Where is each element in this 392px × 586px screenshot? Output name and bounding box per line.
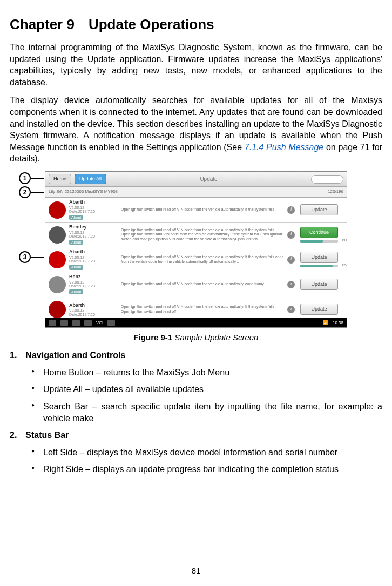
clock: 10:38: [333, 320, 343, 326]
item-description: Open ignition switch and read off VIN co…: [121, 207, 284, 212]
progress-count: 123/196: [328, 189, 343, 195]
item-action: Update: [300, 279, 343, 289]
update-all-button[interactable]: Update All: [75, 174, 106, 184]
list-item: AbarthV2.00.12Date:2012.7.20Open ignitio…: [45, 297, 347, 318]
callout-1: 1: [19, 172, 44, 184]
version-text: V2.00.12Date:2012.7.20: [69, 308, 118, 316]
vehicle-logo: [49, 226, 66, 244]
item-action: Update85%: [300, 252, 343, 267]
status-bar: Lily S/N:23125000 MaxiSYS MY908 123/196: [45, 187, 347, 198]
item-meta: BentleyV2.00.12Date:2012.7.20About: [69, 224, 118, 245]
vci-icon: VCI: [96, 320, 103, 326]
vehicle-logo: [49, 251, 66, 268]
progress-bar: 85%: [300, 265, 338, 267]
update-list: AbarthV2.00.12Date:2012.7.20AboutOpen ig…: [45, 198, 347, 318]
vehicle-name: Abarth: [69, 248, 118, 255]
system-icons-left: VCI: [49, 320, 115, 326]
list-item: AbarthV2.00.12Date:2012.7.20AboutOpen ig…: [45, 247, 347, 272]
recent-icon[interactable]: [72, 320, 80, 326]
car-icon: [107, 320, 115, 326]
list-item: BenzV2.00.12Date:2012.7.20AboutOpen igni…: [45, 272, 347, 297]
chapter-title: Chapter 9 Update Operations: [10, 15, 382, 34]
section-1-list: Home Button – returns to the MaxiSys Job…: [31, 367, 382, 424]
page-number: 81: [0, 565, 392, 576]
update-button[interactable]: Update: [300, 279, 338, 289]
home-button[interactable]: Home: [49, 174, 71, 184]
figure-caption: Figure 9-1 Sample Update Screen: [10, 332, 382, 343]
section-1-heading: 1. Navigation and Controls: [10, 349, 382, 361]
section-2-heading: 2. Status Bar: [10, 429, 382, 441]
item-action: Continue60%: [300, 227, 343, 242]
figure-container: 1 2 3 Home Update All Update Lily S/N:23…: [10, 171, 382, 328]
device-info: Lily S/N:23125000 MaxiSYS MY908: [49, 189, 118, 195]
figure-number: Figure 9-1: [134, 333, 173, 342]
vehicle-logo: [49, 276, 66, 293]
list-item: BentleyV2.00.12Date:2012.7.20AboutOpen i…: [45, 223, 347, 247]
item-meta: AbarthV2.00.12Date:2012.7.20: [69, 302, 118, 317]
intro-paragraph-1: The internal programming of the MaxiSys …: [10, 42, 382, 88]
intro-paragraph-2: The display device automatically searche…: [10, 95, 382, 165]
list-item: Home Button – returns to the MaxiSys Job…: [31, 367, 382, 379]
system-bar: VCI 📶 10:38: [45, 318, 347, 328]
about-button[interactable]: About: [69, 215, 83, 220]
system-icons-right: 📶 10:38: [323, 320, 343, 326]
continue-button[interactable]: Continue: [300, 227, 338, 238]
section-2-list: Left Side – displays the MaxiSys device …: [31, 447, 382, 475]
list-item: Search Bar – search specific update item…: [31, 401, 382, 424]
callout-3: 3: [19, 251, 44, 263]
update-button[interactable]: Update: [300, 204, 338, 215]
back-icon[interactable]: [49, 320, 56, 326]
vehicle-logo: [49, 201, 66, 219]
item-description: Open ignition switch and read off VIN co…: [121, 255, 284, 264]
version-text: V2.00.12Date:2012.7.20: [69, 255, 118, 264]
list-item: Left Side – displays the MaxiSys device …: [31, 447, 382, 459]
figure-title: Sample Update Screen: [172, 333, 258, 342]
info-icon[interactable]: i: [287, 281, 295, 288]
item-meta: AbarthV2.00.12Date:2012.7.20About: [69, 248, 118, 270]
push-message-link[interactable]: 7.1.4 Push Message: [245, 143, 323, 152]
item-action: Update: [300, 204, 343, 215]
navigation-bar: Home Update All Update: [45, 172, 347, 187]
vehicle-name: Abarth: [69, 199, 118, 205]
item-meta: BenzV2.00.12Date:2012.7.20About: [69, 273, 118, 295]
vehicle-name: Abarth: [69, 302, 118, 308]
item-description: Open ignition switch and read off VIN co…: [121, 305, 284, 314]
progress-bar: 60%: [300, 240, 338, 243]
screen-title: Update: [110, 176, 308, 183]
vehicle-name: Benz: [69, 273, 118, 280]
update-button[interactable]: Update: [300, 304, 338, 314]
item-meta: AbarthV2.00.12Date:2012.7.20About: [69, 199, 118, 220]
info-icon[interactable]: i: [287, 206, 295, 214]
list-item: AbarthV2.00.12Date:2012.7.20AboutOpen ig…: [45, 198, 347, 223]
version-text: V2.00.12Date:2012.7.20: [69, 231, 118, 239]
callout-2: 2: [19, 186, 44, 198]
home-icon[interactable]: [60, 320, 68, 326]
version-text: V2.00.12Date:2012.7.20: [69, 280, 118, 288]
app-icon[interactable]: [84, 320, 92, 326]
search-input[interactable]: [311, 175, 343, 184]
vehicle-name: Bentley: [69, 224, 118, 230]
about-button[interactable]: About: [69, 265, 83, 270]
info-icon[interactable]: i: [287, 306, 295, 313]
sample-update-screen: Home Update All Update Lily S/N:23125000…: [45, 171, 347, 328]
item-description: Open ignition switch and read off VIN co…: [121, 282, 284, 286]
item-description: Open ignition switch and read off VIN co…: [121, 228, 284, 241]
item-action: Update: [300, 304, 343, 314]
update-button[interactable]: Update: [300, 252, 338, 262]
vehicle-logo: [49, 301, 66, 318]
list-item: Right Side – displays an update progress…: [31, 463, 382, 475]
about-button[interactable]: About: [69, 240, 83, 245]
list-item: Update All – updates all available updat…: [31, 383, 382, 395]
version-text: V2.00.12Date:2012.7.20: [69, 206, 118, 214]
info-icon[interactable]: i: [287, 231, 295, 239]
about-button[interactable]: About: [69, 289, 83, 294]
info-icon[interactable]: i: [287, 256, 295, 264]
